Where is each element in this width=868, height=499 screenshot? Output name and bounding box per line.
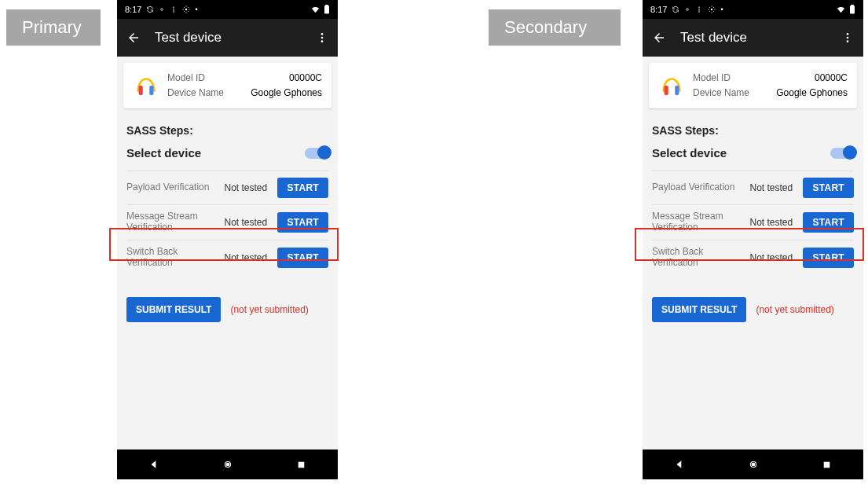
test-status: Not tested — [749, 252, 798, 263]
submit-status-text: (not yet submitted) — [756, 304, 833, 315]
test-row-message-stream: Message Stream Verification Not tested S… — [126, 204, 328, 240]
test-row-message-stream: Message Stream Verification Not tested S… — [652, 204, 854, 240]
submit-result-button[interactable]: SUBMIT RESULT — [126, 297, 221, 322]
svg-point-18 — [847, 40, 849, 42]
svg-point-7 — [321, 40, 324, 42]
model-id-label: Model ID — [167, 71, 205, 86]
start-button[interactable]: START — [803, 248, 854, 268]
primary-label: Primary — [6, 9, 101, 46]
back-icon[interactable] — [126, 31, 141, 45]
svg-rect-21 — [824, 461, 830, 468]
test-name: Switch Back Verification — [652, 247, 745, 269]
svg-point-6 — [321, 37, 324, 39]
test-name: Payload Verification — [126, 182, 219, 193]
wifi-icon — [310, 6, 320, 14]
nav-back-icon[interactable] — [674, 459, 685, 470]
status-gear-icon — [182, 6, 190, 13]
nav-bar — [643, 449, 863, 479]
secondary-label: Secondary — [489, 9, 621, 46]
test-status: Not tested — [224, 182, 273, 193]
nav-recents-icon[interactable] — [296, 460, 306, 470]
page-title: Test device — [680, 30, 747, 46]
nav-home-icon[interactable] — [748, 459, 759, 470]
select-device-toggle[interactable] — [830, 148, 854, 159]
status-bar: 8:17 • — [117, 0, 338, 19]
headphones-icon — [133, 72, 159, 99]
nav-recents-icon[interactable] — [822, 460, 832, 470]
test-name: Message Stream Verification — [652, 211, 745, 233]
start-button[interactable]: START — [803, 212, 854, 233]
status-antenna-icon — [695, 6, 703, 13]
submit-result-button[interactable]: SUBMIT RESULT — [652, 297, 746, 322]
device-card: Model ID 00000C Device Name Google Gphon… — [649, 63, 857, 108]
status-dot-icon — [159, 6, 165, 13]
status-more-icon: • — [720, 6, 723, 13]
svg-rect-10 — [298, 461, 305, 468]
svg-point-12 — [711, 9, 713, 11]
start-button[interactable]: START — [277, 178, 328, 198]
overflow-menu-icon[interactable] — [841, 31, 854, 44]
svg-point-9 — [226, 463, 229, 466]
headphones-icon — [658, 72, 685, 99]
sass-steps-heading: SASS Steps: — [126, 124, 328, 137]
device-card: Model ID 00000C Device Name Google Gphon… — [123, 63, 331, 108]
overflow-menu-icon[interactable] — [316, 31, 328, 44]
status-gear-icon — [708, 6, 716, 13]
svg-point-0 — [161, 9, 163, 11]
svg-rect-15 — [851, 6, 854, 13]
model-id-value: 00000C — [289, 71, 322, 86]
svg-point-16 — [847, 33, 849, 35]
svg-rect-14 — [852, 6, 853, 6]
nav-back-icon[interactable] — [148, 459, 159, 470]
test-row-switch-back: Switch Back Verification Not tested STAR… — [652, 240, 854, 275]
battery-icon — [324, 5, 330, 14]
start-button[interactable]: START — [277, 248, 328, 268]
select-device-label: Select device — [652, 146, 727, 160]
page-title: Test device — [155, 30, 222, 46]
status-time: 8:17 — [125, 5, 141, 14]
test-row-switch-back: Switch Back Verification Not tested STAR… — [126, 240, 328, 275]
test-status: Not tested — [224, 252, 273, 263]
device-name-value: Google Gphones — [776, 86, 848, 101]
battery-icon — [849, 5, 855, 14]
nav-home-icon[interactable] — [222, 459, 233, 470]
test-row-payload: Payload Verification Not tested START — [652, 171, 854, 204]
device-name-label: Device Name — [693, 86, 749, 101]
device-name-value: Google Gphones — [251, 86, 322, 101]
select-device-toggle[interactable] — [305, 148, 328, 159]
status-sync-icon — [146, 6, 154, 13]
status-bar: 8:17 • — [643, 0, 863, 19]
status-more-icon: • — [195, 6, 197, 13]
nav-bar — [117, 449, 338, 479]
status-dot-icon — [684, 6, 690, 13]
status-sync-icon — [672, 6, 679, 13]
svg-rect-3 — [326, 6, 328, 6]
app-bar: Test device — [643, 19, 863, 57]
test-name: Switch Back Verification — [126, 247, 219, 269]
sass-steps-heading: SASS Steps: — [652, 124, 854, 137]
svg-point-1 — [185, 9, 188, 11]
test-name: Message Stream Verification — [126, 211, 219, 233]
svg-rect-4 — [325, 6, 328, 13]
wifi-icon — [836, 6, 846, 14]
status-antenna-icon — [170, 6, 178, 13]
test-row-payload: Payload Verification Not tested START — [126, 171, 328, 204]
model-id-value: 00000C — [815, 71, 848, 86]
test-name: Payload Verification — [652, 182, 745, 193]
svg-point-5 — [321, 33, 324, 35]
svg-point-11 — [687, 9, 689, 11]
submit-status-text: (not yet submitted) — [230, 304, 308, 315]
device-name-label: Device Name — [167, 86, 224, 101]
status-time: 8:17 — [650, 5, 667, 14]
start-button[interactable]: START — [803, 178, 854, 198]
svg-point-20 — [752, 463, 755, 466]
back-icon[interactable] — [652, 31, 666, 45]
app-bar: Test device — [117, 19, 338, 57]
select-device-label: Select device — [126, 146, 201, 160]
start-button[interactable]: START — [277, 212, 328, 233]
test-status: Not tested — [224, 217, 273, 228]
test-status: Not tested — [749, 217, 798, 228]
model-id-label: Model ID — [693, 71, 731, 86]
svg-point-17 — [847, 37, 849, 39]
test-status: Not tested — [749, 182, 798, 193]
